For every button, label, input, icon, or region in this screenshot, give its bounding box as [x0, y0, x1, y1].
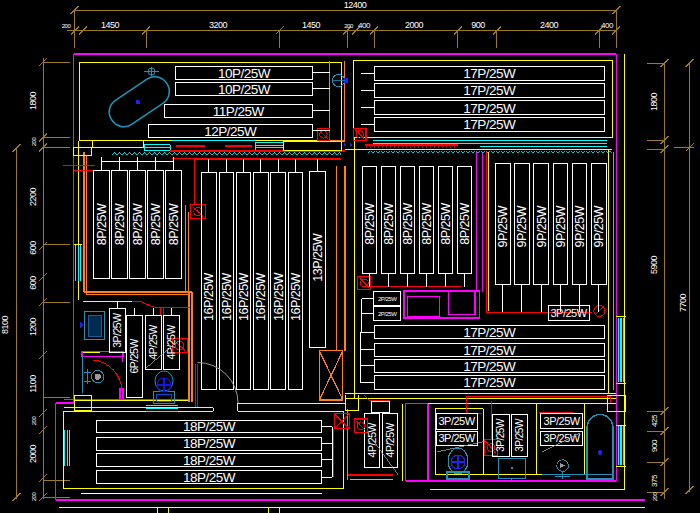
svg-text:2400: 2400 [540, 20, 559, 30]
svg-text:16P/25W: 16P/25W [254, 272, 268, 321]
svg-text:200: 200 [31, 492, 37, 502]
svg-text:3P/25W: 3P/25W [544, 432, 581, 444]
svg-text:900: 900 [471, 20, 485, 30]
svg-text:3P/25W: 3P/25W [550, 307, 587, 319]
svg-text:3200: 3200 [209, 20, 228, 30]
svg-text:8P/25W: 8P/25W [131, 203, 145, 245]
svg-text:1100: 1100 [28, 375, 38, 393]
svg-text:3P/25W: 3P/25W [438, 415, 475, 427]
svg-text:12P/25W: 12P/25W [204, 124, 257, 139]
svg-text:8P/25W: 8P/25W [439, 203, 453, 245]
svg-text:400: 400 [358, 21, 371, 30]
svg-text:18P/25W: 18P/25W [183, 436, 236, 451]
svg-text:900: 900 [650, 439, 659, 452]
svg-text:400: 400 [601, 21, 614, 30]
svg-text:17P/25W: 17P/25W [463, 66, 516, 81]
svg-text:17P/25W: 17P/25W [463, 359, 516, 374]
svg-text:8100: 8100 [0, 315, 10, 334]
svg-text:3P/25W: 3P/25W [514, 418, 525, 452]
svg-text:10P/25W: 10P/25W [218, 82, 271, 97]
svg-text:10P/25W: 10P/25W [218, 66, 271, 81]
svg-text:600: 600 [28, 276, 38, 290]
svg-text:8P/25W: 8P/25W [113, 203, 127, 245]
svg-text:200: 200 [652, 492, 658, 502]
svg-text:9P/25W: 9P/25W [535, 205, 549, 247]
svg-text:17P/25W: 17P/25W [463, 83, 516, 98]
svg-text:425: 425 [650, 414, 659, 427]
svg-text:3P/25W: 3P/25W [544, 415, 581, 427]
svg-text:1450: 1450 [101, 20, 120, 30]
svg-text:2P/25W: 2P/25W [378, 296, 397, 302]
svg-text:3P/25W: 3P/25W [496, 418, 507, 452]
svg-text:2000: 2000 [28, 444, 38, 463]
svg-text:9P/25W: 9P/25W [592, 205, 606, 247]
svg-text:18P/25W: 18P/25W [183, 419, 236, 434]
svg-text:200: 200 [62, 23, 72, 29]
svg-text:16P/25W: 16P/25W [202, 272, 216, 321]
svg-text:8P/25W: 8P/25W [149, 203, 163, 245]
svg-text:8P/25W: 8P/25W [401, 203, 415, 245]
svg-text:8P/25W: 8P/25W [382, 203, 396, 245]
svg-text:200: 200 [31, 416, 37, 426]
svg-text:8P/25W: 8P/25W [167, 203, 181, 245]
svg-text:200: 200 [31, 137, 37, 147]
svg-text:11P/25W: 11P/25W [213, 104, 265, 119]
svg-text:2200: 2200 [28, 187, 38, 206]
svg-text:600: 600 [28, 241, 38, 255]
svg-text:17P/25W: 17P/25W [463, 343, 516, 358]
svg-text:9P/25W: 9P/25W [573, 205, 587, 247]
svg-text:5900: 5900 [649, 255, 659, 274]
svg-text:1450: 1450 [302, 20, 321, 30]
svg-text:6P/25W: 6P/25W [128, 339, 140, 374]
svg-text:16P/25W: 16P/25W [237, 272, 251, 321]
svg-text:9P/25W: 9P/25W [554, 205, 568, 247]
svg-text:17P/25W: 17P/25W [463, 375, 516, 390]
svg-text:4P/25W: 4P/25W [384, 422, 396, 457]
svg-text:17P/25W: 17P/25W [463, 117, 516, 132]
svg-text:8P/25W: 8P/25W [95, 203, 109, 245]
svg-text:17P/25W: 17P/25W [463, 101, 516, 116]
svg-text:18P/25W: 18P/25W [183, 470, 236, 485]
svg-text:2000: 2000 [405, 20, 424, 30]
svg-text:7700: 7700 [678, 293, 688, 312]
svg-text:9P/25W: 9P/25W [496, 205, 510, 247]
svg-text:8P/25W: 8P/25W [420, 203, 434, 245]
svg-text:16P/25W: 16P/25W [289, 272, 303, 321]
svg-text:3P/25W: 3P/25W [438, 432, 475, 444]
svg-text:17P/25W: 17P/25W [463, 325, 516, 340]
svg-text:12400: 12400 [344, 0, 367, 10]
svg-text:4P/25W: 4P/25W [147, 325, 159, 360]
svg-text:4P/25W: 4P/25W [165, 325, 177, 360]
svg-text:8P/25W: 8P/25W [363, 203, 377, 245]
svg-text:8P/25W: 8P/25W [458, 203, 472, 245]
svg-text:375: 375 [650, 474, 659, 487]
svg-text:13P/25W: 13P/25W [311, 233, 325, 282]
svg-text:16P/25W: 16P/25W [272, 272, 286, 321]
svg-text:1800: 1800 [28, 91, 38, 110]
svg-text:3P/25W: 3P/25W [111, 313, 123, 348]
svg-text:1800: 1800 [649, 92, 659, 111]
svg-text:16P/25W: 16P/25W [220, 272, 234, 321]
svg-text:1200: 1200 [28, 317, 38, 336]
svg-text:2P/25W: 2P/25W [378, 311, 397, 317]
svg-text:9P/25W: 9P/25W [515, 205, 529, 247]
svg-text:18P/25W: 18P/25W [183, 453, 236, 468]
svg-text:200: 200 [344, 23, 354, 29]
